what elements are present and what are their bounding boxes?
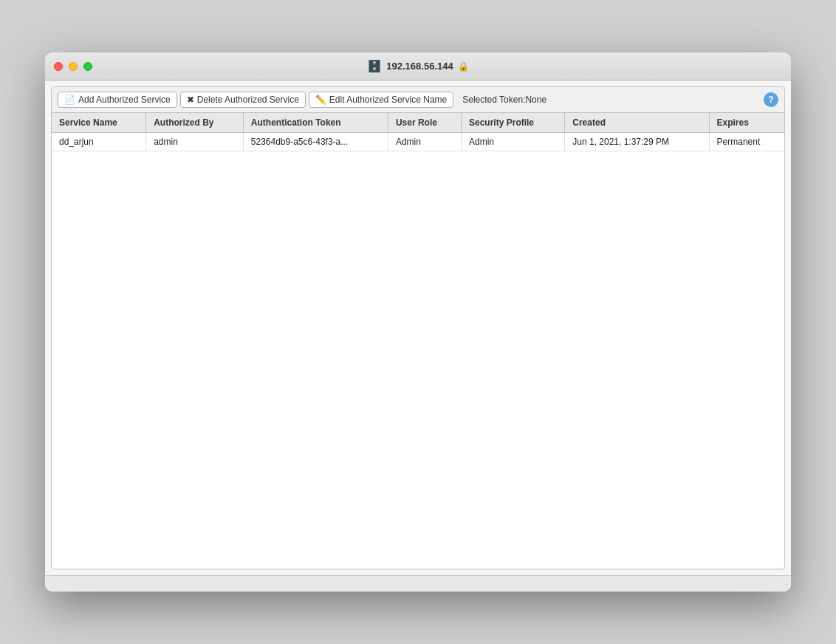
main-window: 🗄️ 192.168.56.144 🔒 📄 Add Authorized Ser…: [45, 52, 791, 592]
minimize-button[interactable]: [69, 62, 78, 71]
table-container: Service Name Authorized By Authenticatio…: [52, 113, 784, 569]
table-cell-1: admin: [146, 133, 244, 151]
col-security-profile: Security Profile: [462, 113, 565, 133]
server-address: 192.168.56.144: [386, 61, 453, 72]
table-header-row: Service Name Authorized By Authenticatio…: [52, 113, 784, 133]
table-cell-2: 52364db9-a5c6-43f3-a...: [243, 133, 388, 151]
maximize-button[interactable]: [83, 62, 92, 71]
table-cell-0: dd_arjun: [52, 133, 146, 151]
delete-label: Delete Authorized Service: [197, 95, 299, 105]
add-authorized-service-button[interactable]: 📄 Add Authorized Service: [58, 92, 177, 108]
col-created: Created: [565, 113, 709, 133]
table-row[interactable]: dd_arjunadmin52364db9-a5c6-43f3-a...Admi…: [52, 133, 784, 151]
add-label: Add Authorized Service: [78, 95, 171, 105]
toolbar: 📄 Add Authorized Service ✖ Delete Author…: [52, 87, 784, 113]
col-service-name: Service Name: [52, 113, 146, 133]
edit-label: Edit Authorized Service Name: [329, 95, 447, 105]
window-content: 📄 Add Authorized Service ✖ Delete Author…: [51, 86, 785, 569]
help-label: ?: [768, 95, 773, 105]
col-user-role: User Role: [388, 113, 461, 133]
delete-icon: ✖: [187, 95, 194, 105]
titlebar: 🗄️ 192.168.56.144 🔒: [45, 52, 791, 80]
close-button[interactable]: [54, 62, 63, 71]
col-authorized-by: Authorized By: [146, 113, 244, 133]
table-cell-6: Permanent: [709, 133, 784, 151]
delete-authorized-service-button[interactable]: ✖ Delete Authorized Service: [180, 92, 306, 108]
statusbar: [45, 575, 791, 592]
add-icon: 📄: [64, 95, 75, 105]
traffic-lights: [54, 62, 92, 71]
edit-authorized-service-button[interactable]: ✏️ Edit Authorized Service Name: [309, 92, 453, 108]
titlebar-center: 🗄️ 192.168.56.144 🔒: [367, 59, 468, 73]
app-icon: 🗄️: [367, 59, 382, 73]
selected-token-label: Selected Token:None: [462, 95, 547, 105]
help-button[interactable]: ?: [764, 92, 778, 107]
edit-icon: ✏️: [315, 95, 326, 105]
col-expires: Expires: [709, 113, 784, 133]
col-auth-token: Authentication Token: [243, 113, 388, 133]
table-cell-5: Jun 1, 2021, 1:37:29 PM: [565, 133, 709, 151]
authorized-services-table: Service Name Authorized By Authenticatio…: [52, 113, 784, 151]
lock-icon: 🔒: [458, 61, 469, 72]
table-cell-4: Admin: [462, 133, 565, 151]
table-cell-3: Admin: [388, 133, 461, 151]
